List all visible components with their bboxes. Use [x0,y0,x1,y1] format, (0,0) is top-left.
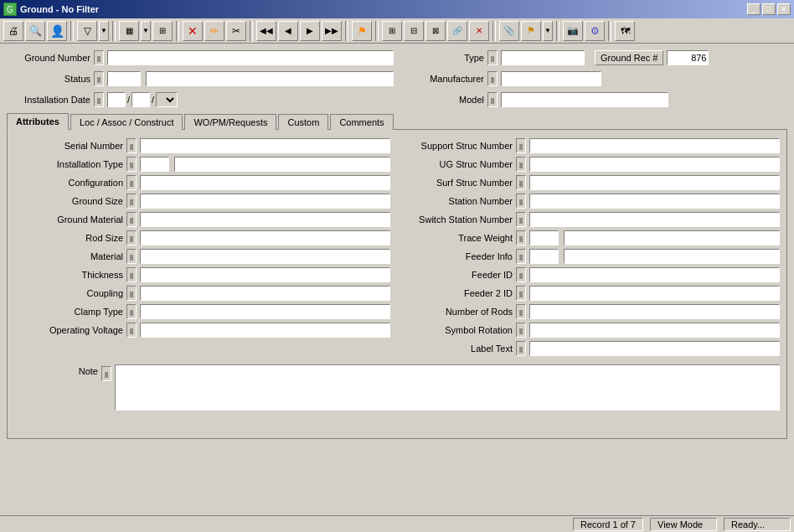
ug-struc-input[interactable] [529,157,780,172]
people-button[interactable]: 👤 [47,21,67,41]
ground-size-sep: || [126,194,137,209]
manufacturer-input[interactable] [501,71,601,86]
wo-dropdown[interactable]: ▼ [543,21,553,41]
map-button[interactable]: 🗺 [615,21,635,41]
feeder-id-label: Feeder ID [404,270,513,280]
support-struc-label: Support Struc Number [404,141,513,151]
scissors-button[interactable]: ✂ [226,21,246,41]
station-number-input[interactable] [529,194,780,209]
toolbar: 🖨 🔍 👤 ▽ ▼ ▦ ▼ ⊞ ✕ ✏ ✂ ◀◀ ◀ ▶ ▶▶ ⚑ ⊞ ⊟ ⊠ … [0,18,794,44]
rod-size-input[interactable] [140,230,390,245]
first-button[interactable]: ◀◀ [256,21,276,41]
serial-number-input[interactable] [140,138,390,153]
attach-button[interactable]: 📎 [499,21,519,41]
delete-button[interactable]: ✕ [183,21,203,41]
flag-button[interactable]: ⚑ [352,21,372,41]
ground-material-row: Ground Material || [14,210,390,229]
trace-weight-input-sm[interactable] [529,230,559,245]
edit-button[interactable]: ✏ [204,21,224,41]
station-number-label: Station Number [404,196,513,206]
feeder-id-input[interactable] [529,267,780,282]
ground-size-input[interactable] [140,194,390,209]
operating-voltage-row: Operating Voltage || [14,321,390,339]
ug-struc-label: UG Struc Number [404,159,513,169]
support-struc-input[interactable] [529,138,780,153]
rod-size-label: Rod Size [14,233,123,243]
multi3-button[interactable]: ⊠ [425,21,446,41]
clamp-type-sep: || [126,304,137,319]
ground-number-sep: || [94,50,104,65]
tab-comments[interactable]: Comments [330,114,393,130]
camera-button[interactable]: 📷 [563,21,583,41]
symbol-rotation-input[interactable] [529,323,780,338]
tab-loc-assoc[interactable]: Loc / Assoc / Construct [70,114,183,130]
feeder-info-input[interactable] [564,249,780,264]
ground-material-input[interactable] [140,212,390,227]
model-input[interactable] [501,92,668,107]
configuration-input[interactable] [140,175,390,190]
operating-voltage-input[interactable] [140,323,390,338]
install-date-year[interactable] [156,92,178,107]
link-button[interactable]: 🔗 [447,21,467,41]
trace-weight-input[interactable] [564,230,780,245]
last-button[interactable]: ▶▶ [322,21,342,41]
prev-button[interactable]: ◀ [278,21,298,41]
print-button[interactable]: 🖨 [3,21,23,41]
symbol-rotation-sep: || [516,323,526,338]
installation-type-input-sm[interactable] [140,157,169,172]
feeder-id-row: Feeder ID || [404,266,780,284]
ground-material-label: Ground Material [14,214,123,225]
feeder2-id-sep: || [516,286,526,301]
type-input[interactable] [501,50,585,65]
feeder2-id-input[interactable] [529,286,780,301]
next-button[interactable]: ▶ [300,21,320,41]
settings-button[interactable]: ⚙ [585,21,605,41]
number-of-rods-input[interactable] [529,304,780,319]
clamp-type-input[interactable] [140,304,390,319]
thickness-input[interactable] [140,267,390,282]
filter-button[interactable]: ▽ [77,21,97,41]
configuration-label: Configuration [14,178,123,188]
coupling-input[interactable] [140,286,390,301]
wo-button[interactable]: ⚑ [521,21,541,41]
install-date-day[interactable] [131,92,150,107]
switch-station-input[interactable] [529,212,780,227]
ground-rec-button[interactable]: Ground Rec # [595,50,663,65]
multi2-button[interactable]: ⊟ [404,21,424,41]
manufacturer-label: Manufacturer [400,74,484,84]
ground-rec-input[interactable] [667,50,709,65]
material-input[interactable] [140,249,390,264]
switch-station-sep: || [516,212,526,227]
label-text-input[interactable] [529,341,780,356]
installation-type-input[interactable] [174,157,390,172]
minimize-button[interactable]: _ [747,3,760,15]
feeder-info-row: Feeder Info || [404,247,780,266]
tab-attributes[interactable]: Attributes [7,113,69,130]
grid-button[interactable]: ⊞ [152,21,173,41]
trace-weight-label: Trace Weight [404,233,513,243]
filter-dropdown[interactable]: ▼ [99,21,109,41]
maximize-button[interactable]: □ [762,3,776,15]
preview-button[interactable]: 🔍 [25,21,45,41]
tab-custom[interactable]: Custom [278,114,328,130]
multi1-button[interactable]: ⊞ [382,21,402,41]
note-textarea[interactable] [115,364,780,411]
switch-station-label: Switch Station Number [404,214,513,225]
records-dropdown[interactable]: ▼ [141,21,151,41]
tab-wo-pm[interactable]: WO/PM/Requests [184,114,276,130]
type-sep: || [487,50,498,65]
close-button[interactable]: ✕ [777,3,791,15]
feeder-info-input-sm[interactable] [529,249,559,264]
ready-status: Ready... [724,518,791,531]
surf-struc-input[interactable] [529,175,780,190]
feeder2-id-label: Feeder 2 ID [404,288,513,298]
status-input[interactable] [107,71,141,86]
ground-number-input[interactable] [107,50,394,65]
thickness-sep: || [126,267,137,282]
status-input2[interactable] [146,71,394,86]
symbol-rotation-row: Symbol Rotation || [404,321,780,339]
trace-weight-row: Trace Weight || [404,229,780,247]
gis-button[interactable]: ✕ [469,21,489,41]
install-date-month[interactable] [107,92,126,107]
records-button[interactable]: ▦ [119,21,139,41]
